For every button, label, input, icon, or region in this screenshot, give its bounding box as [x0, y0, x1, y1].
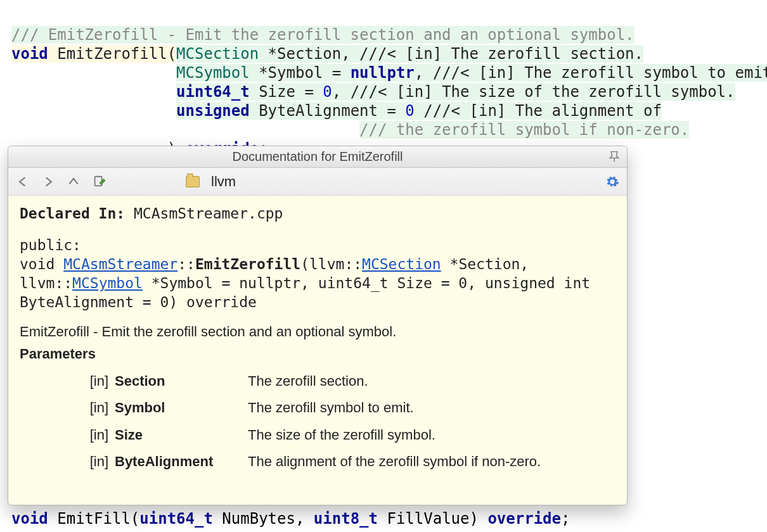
- code-comment: /// EmitZerofill - Emit the zerofill sec…: [11, 26, 635, 44]
- num-zero: 0: [323, 83, 332, 101]
- param-row: [in] Symbol The zerofill symbol to emit.: [70, 399, 616, 417]
- module-label[interactable]: llvm: [211, 173, 236, 191]
- doc-summary: EmitZerofill - Emit the zerofill section…: [20, 323, 616, 341]
- param-name: Section: [115, 372, 242, 391]
- param-name: Size: [115, 426, 242, 445]
- documentation-popup: Documentation for EmitZerofill llvm: [8, 146, 628, 505]
- pad: [11, 83, 176, 101]
- semi: ;: [561, 510, 570, 528]
- code-comment: /// the zerofill symbol if non-zero.: [359, 121, 689, 139]
- param-desc: The alignment of the zerofill symbol if …: [248, 453, 616, 471]
- param-row: [in] ByteAlignment The alignment of the …: [70, 453, 616, 471]
- type-mcsection: MCSection: [176, 45, 259, 63]
- code-text: *Section, ///< [in] The zerofill section…: [259, 45, 643, 63]
- kw-void: void: [11, 45, 48, 63]
- type-uint64: uint64_t: [176, 83, 250, 101]
- param-name: Symbol: [115, 399, 242, 417]
- gear-icon[interactable]: [604, 174, 621, 190]
- pin-icon[interactable]: [608, 150, 621, 163]
- param-desc: The size of the zerofill symbol.: [248, 426, 616, 445]
- kw-override: override: [487, 510, 561, 528]
- pad: [11, 121, 359, 139]
- sig-void: void: [20, 256, 63, 272]
- popup-body[interactable]: Declared In: MCAsmStreamer.cpp public: v…: [8, 196, 627, 505]
- access-specifier: public:: [20, 236, 616, 255]
- param-desc: The zerofill symbol to emit.: [248, 399, 616, 417]
- sig-rest2: *Symbol = nullptr, uint64_t Size = 0, un…: [143, 275, 590, 291]
- sig-ns: llvm::: [20, 275, 72, 291]
- param-desc: The zerofill section.: [248, 372, 616, 391]
- edit-icon[interactable]: [91, 174, 107, 190]
- param-row: [in] Section The zerofill section.: [70, 372, 616, 391]
- up-icon[interactable]: [65, 174, 82, 190]
- signature-line-3: ByteAlignment = 0) override: [20, 293, 616, 312]
- popup-titlebar[interactable]: Documentation for EmitZerofill: [8, 146, 627, 168]
- link-mcsection[interactable]: MCSection: [362, 256, 441, 272]
- type-mcsymbol: MCSymbol: [176, 64, 250, 82]
- param-dir: [in]: [70, 426, 108, 445]
- type-uint8: uint8_t: [314, 510, 378, 528]
- fn-name: EmitZerofill: [57, 45, 167, 63]
- popup-title-text: Documentation for EmitZerofill: [233, 149, 403, 165]
- pad: [11, 64, 176, 82]
- code-text: Size =: [250, 83, 323, 101]
- declared-in-label: Declared In:: [20, 205, 125, 222]
- forward-icon[interactable]: [40, 174, 56, 190]
- sig-p1: *Section,: [441, 256, 529, 272]
- code-text: *Symbol =: [250, 64, 351, 82]
- sig-fn: EmitZerofill: [195, 256, 300, 272]
- back-icon[interactable]: [15, 174, 31, 190]
- sig-sep: ::: [177, 256, 195, 272]
- num-zero: 0: [405, 102, 414, 120]
- pad: [11, 102, 176, 120]
- kw-unsigned: unsigned: [176, 102, 250, 120]
- signature-line-2: llvm::MCSymbol *Symbol = nullptr, uint64…: [20, 274, 616, 293]
- param-dir: [in]: [70, 372, 108, 391]
- kw-void: void: [11, 510, 48, 528]
- param-dir: [in]: [70, 399, 108, 417]
- sig-open: (llvm::: [300, 256, 362, 272]
- code-text: EmitFill(: [48, 510, 140, 528]
- type-uint64: uint64_t: [139, 510, 213, 528]
- code-editor[interactable]: /// EmitZerofill - Emit the zerofill sec…: [0, 0, 767, 165]
- declared-in-value: MCAsmStreamer.cpp: [125, 205, 283, 222]
- link-class[interactable]: MCAsmStreamer: [63, 256, 177, 272]
- code-text: FillValue): [378, 510, 487, 528]
- params-heading: Parameters: [20, 345, 616, 364]
- code-line-bottom[interactable]: void EmitFill(uint64_t NumBytes, uint8_t…: [11, 509, 570, 528]
- param-dir: [in]: [70, 453, 108, 471]
- code-text: , ///< [in] The size of the zerofill sym…: [332, 83, 735, 101]
- param-row: [in] Size The size of the zerofill symbo…: [70, 426, 616, 445]
- popup-toolbar: llvm: [8, 168, 627, 196]
- code-text: NumBytes,: [213, 510, 314, 528]
- folder-icon[interactable]: [186, 176, 200, 187]
- code-text: ///< [in] The alignment of: [415, 102, 662, 120]
- link-mcsymbol[interactable]: MCSymbol: [72, 275, 143, 291]
- declared-in-row: Declared In: MCAsmStreamer.cpp: [20, 205, 616, 224]
- kw-nullptr: nullptr: [351, 64, 415, 82]
- code-text: ByteAlignment =: [250, 102, 406, 120]
- code-text: , ///< [in] The zerofill symbol to emit.: [415, 64, 767, 82]
- param-name: ByteAlignment: [115, 453, 242, 471]
- signature-line-1: void MCAsmStreamer::EmitZerofill(llvm::M…: [20, 255, 616, 274]
